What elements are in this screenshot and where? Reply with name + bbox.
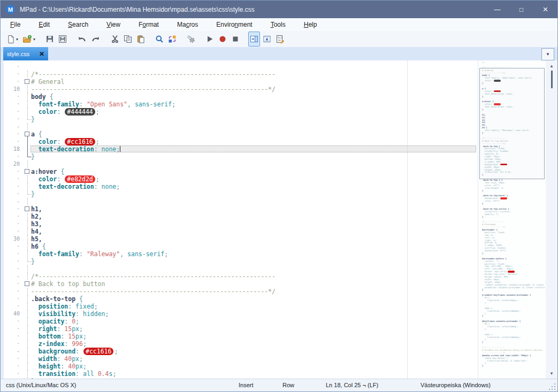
code-line[interactable]: ·a { bbox=[1, 130, 477, 138]
code-line[interactable]: -/*-------------------------------------… bbox=[1, 273, 477, 280]
save-all-button[interactable] bbox=[57, 32, 68, 47]
preview-panel-button[interactable] bbox=[261, 32, 273, 47]
tab-close-icon[interactable]: ✕ bbox=[39, 51, 44, 57]
resize-grip[interactable] bbox=[549, 383, 555, 390]
code-text: font-family: "Raleway", sans-serif; bbox=[31, 250, 168, 258]
code-line[interactable]: · bbox=[1, 265, 477, 273]
code-line[interactable]: ·# General bbox=[1, 78, 477, 86]
code-line[interactable]: 30h5, bbox=[1, 235, 477, 243]
code-line[interactable]: ·} bbox=[1, 116, 477, 123]
record-macro-button[interactable] bbox=[217, 32, 228, 47]
code-line[interactable]: ·} bbox=[1, 258, 477, 265]
code-line[interactable]: ·body { bbox=[1, 93, 477, 101]
code-line[interactable]: · opacity: 0; bbox=[1, 318, 477, 325]
menu-macros[interactable]: Macros bbox=[171, 19, 204, 30]
menu-file[interactable]: File bbox=[4, 19, 27, 30]
menu-format[interactable]: Format bbox=[132, 19, 165, 30]
options-button[interactable] bbox=[185, 32, 197, 47]
stop-button[interactable] bbox=[230, 32, 241, 47]
code-line[interactable]: ·h3, bbox=[1, 220, 477, 228]
code-text: } bbox=[31, 116, 35, 123]
new-file-button[interactable]: ▾ bbox=[5, 32, 20, 47]
code-line[interactable]: ·---------------------------------------… bbox=[1, 288, 477, 295]
tab-style-css[interactable]: style.css ✕ bbox=[3, 47, 48, 60]
code-line[interactable]: · color: #444444; bbox=[1, 108, 477, 116]
status-encoding: Västeuropeiska (Windows) bbox=[421, 382, 491, 388]
paste-button[interactable] bbox=[135, 32, 147, 47]
code-line[interactable]: · text-decoration: none; bbox=[1, 183, 477, 190]
fold-toggle-icon[interactable] bbox=[23, 205, 32, 213]
code-line[interactable]: · z-index: 996; bbox=[1, 340, 477, 348]
line-number: · bbox=[4, 130, 20, 138]
scroll-up-icon[interactable]: ▲ bbox=[546, 62, 557, 70]
undo-button[interactable] bbox=[75, 32, 88, 47]
code-line[interactable]: ·} bbox=[1, 153, 477, 160]
code-text: background: #cc1616; bbox=[31, 348, 118, 355]
tab-overflow-button[interactable]: ▼ bbox=[541, 48, 554, 60]
toggle-side-panel-button[interactable] bbox=[248, 32, 260, 47]
copy-button[interactable] bbox=[122, 32, 134, 47]
cut-button[interactable] bbox=[109, 32, 121, 47]
code-line[interactable]: · width: 40px; bbox=[1, 355, 477, 363]
code-line[interactable]: ·h4, bbox=[1, 228, 477, 235]
code-line[interactable]: · right: 15px; bbox=[1, 325, 477, 333]
code-line[interactable]: ·# Back to top button bbox=[1, 280, 477, 288]
close-button[interactable]: × bbox=[533, 1, 557, 18]
fold-guide bbox=[23, 250, 32, 258]
code-line[interactable]: · transition: all 0.4s; bbox=[1, 370, 477, 378]
menu-view[interactable]: View bbox=[100, 19, 127, 30]
minimize-button[interactable]: — bbox=[485, 1, 509, 18]
menu-edit[interactable]: Edit bbox=[32, 19, 56, 30]
fold-toggle-icon[interactable] bbox=[23, 168, 32, 175]
code-line[interactable]: 10--------------------------------------… bbox=[1, 86, 477, 93]
dropdown-arrow-icon[interactable]: ▾ bbox=[33, 37, 35, 42]
code-line[interactable]: · font-family: "Open Sans", sans-serif; bbox=[1, 101, 477, 108]
maximize-button[interactable]: □ bbox=[509, 1, 533, 18]
code-line[interactable]: ·h2, bbox=[1, 213, 477, 220]
code-line[interactable]: · color: #e82d2d; bbox=[1, 175, 477, 183]
fold-toggle-icon[interactable] bbox=[23, 78, 32, 86]
dropdown-arrow-icon[interactable]: ▾ bbox=[16, 37, 18, 42]
code-line[interactable]: · height: 40px; bbox=[1, 363, 477, 370]
fold-toggle-icon[interactable] bbox=[23, 280, 32, 288]
code-line[interactable]: ·/*-------------------------------------… bbox=[1, 71, 477, 78]
code-line[interactable]: · bottom: 15px; bbox=[1, 333, 477, 340]
menu-search[interactable]: Search bbox=[62, 19, 95, 30]
redo-button[interactable] bbox=[89, 32, 102, 47]
code-line[interactable]: ·h1, bbox=[1, 205, 477, 213]
open-file-button[interactable]: ▾ bbox=[21, 32, 37, 47]
fold-guide bbox=[23, 370, 32, 378]
syntax-mode-button[interactable]: 01110 bbox=[274, 32, 286, 47]
menu-tools[interactable]: Tools bbox=[264, 19, 292, 30]
scroll-down-icon[interactable]: ▼ bbox=[546, 370, 557, 377]
save-button[interactable] bbox=[44, 32, 56, 47]
code-text: h5, bbox=[31, 235, 42, 243]
fold-toggle-icon[interactable] bbox=[23, 130, 32, 138]
code-line[interactable]: ·a:hover { bbox=[1, 168, 477, 175]
code-line[interactable]: 18 text-decoration: none; bbox=[1, 145, 477, 153]
minimap-viewport[interactable] bbox=[479, 68, 545, 179]
minimap[interactable]: *//*----------------# General-----------… bbox=[478, 60, 546, 379]
code-line[interactable]: · color: #cc1616; bbox=[1, 138, 477, 145]
code-line[interactable]: ·h6 { bbox=[1, 243, 477, 250]
run-button[interactable] bbox=[204, 32, 216, 47]
code-line[interactable]: - bbox=[1, 123, 477, 130]
scrollbar-thumb[interactable] bbox=[551, 71, 553, 88]
code-line[interactable]: · bbox=[1, 63, 477, 71]
code-line[interactable]: - bbox=[1, 198, 477, 205]
code-line[interactable]: 40 visibility: hidden; bbox=[1, 310, 477, 318]
find-button[interactable] bbox=[154, 32, 165, 47]
code-line[interactable]: · font-family: "Raleway", sans-serif; bbox=[1, 250, 477, 258]
code-line[interactable]: - background: #cc1616; bbox=[1, 348, 477, 355]
menu-environment[interactable]: Environment bbox=[210, 19, 258, 30]
code-line[interactable]: ·} bbox=[1, 190, 477, 198]
code-text: a:hover { bbox=[31, 168, 64, 175]
replace-button[interactable] bbox=[166, 32, 178, 47]
code-line[interactable]: 20 bbox=[1, 160, 477, 168]
menu-help[interactable]: Help bbox=[297, 19, 324, 30]
code-editor[interactable]: ··/*------------------------------------… bbox=[1, 60, 557, 379]
code-line[interactable]: · position: fixed; bbox=[1, 303, 477, 310]
gears-icon bbox=[187, 35, 195, 43]
vertical-scrollbar[interactable]: ▲ ▼ bbox=[546, 60, 557, 379]
code-line[interactable]: ·.back-to-top { bbox=[1, 295, 477, 303]
